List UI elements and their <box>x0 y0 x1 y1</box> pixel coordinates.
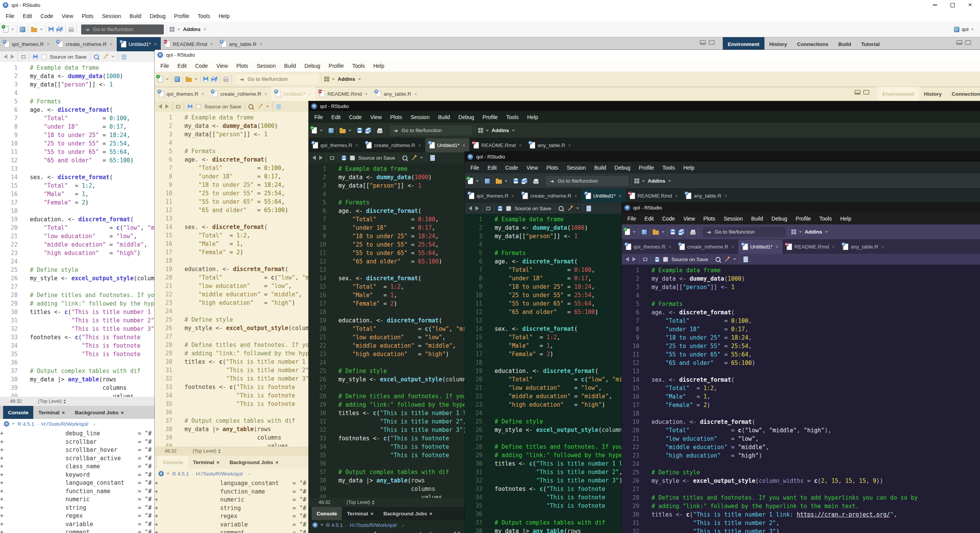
window-titlebar[interactable]: Rqol - RStudio× <box>155 50 980 60</box>
forward-button[interactable] <box>165 104 169 109</box>
tab-console[interactable]: Console <box>158 456 188 469</box>
tab-close-icon[interactable]: × <box>355 143 358 148</box>
code-tools-button[interactable] <box>257 104 263 110</box>
tab-qolthemesr[interactable]: Rqol_themes.R× <box>622 240 675 254</box>
tab-history[interactable]: History <box>919 87 947 101</box>
tab-close-icon[interactable]: × <box>881 244 884 250</box>
restore-button[interactable] <box>944 0 961 10</box>
tab-close-icon[interactable]: × <box>776 244 778 250</box>
new-file-button[interactable]: + <box>625 229 630 235</box>
menu-item-code[interactable]: Code <box>501 162 522 173</box>
tab-close-icon[interactable]: × <box>619 193 621 199</box>
forward-button[interactable] <box>475 206 479 211</box>
menu-item-profile[interactable]: Profile <box>635 162 658 173</box>
compile-report-button[interactable] <box>430 155 435 161</box>
menu-item-plots[interactable]: Plots <box>77 10 98 22</box>
source-on-save-checkbox[interactable] <box>196 104 201 109</box>
tab-untitled1[interactable]: RUntitled1*× <box>117 37 161 51</box>
tab-terminal[interactable]: Terminal× <box>33 406 70 419</box>
code-tools-button[interactable] <box>411 155 416 161</box>
scope-selector[interactable]: (Top Level) <box>38 399 66 404</box>
tab-creatersthemer[interactable]: Rcreate_rstheme.R× <box>518 189 581 203</box>
tab-creatersthemer[interactable]: Rcreate_rstheme.R× <box>208 87 271 101</box>
tab-connections[interactable]: Connections <box>792 37 833 51</box>
tab-console[interactable]: Console <box>312 507 342 520</box>
code-tools-button[interactable] <box>102 54 108 60</box>
print-button[interactable] <box>533 180 539 184</box>
compile-report-button[interactable] <box>743 257 748 262</box>
tab-history[interactable]: History <box>764 37 792 51</box>
print-button[interactable] <box>690 231 696 235</box>
menu-item-tools[interactable]: Tools <box>658 162 679 173</box>
show-in-new-window-button[interactable] <box>486 207 490 210</box>
tab-anytabler[interactable]: Rany_table.R× <box>839 240 888 254</box>
goto-file-function-input[interactable]: ➜Go to file/function <box>390 126 472 136</box>
find-replace-button[interactable] <box>94 54 99 59</box>
tab-terminal[interactable]: Terminal× <box>342 507 378 520</box>
tab-console[interactable]: Console <box>3 406 33 419</box>
menu-item-code[interactable]: Code <box>345 111 366 123</box>
save-all-button[interactable] <box>365 128 371 134</box>
menu-item-plots[interactable]: Plots <box>232 60 252 72</box>
addins-button[interactable]: Addins <box>648 178 665 184</box>
tab-close-icon[interactable]: × <box>260 42 262 47</box>
back-button[interactable] <box>469 206 472 211</box>
menu-item-profile[interactable]: Profile <box>479 111 502 123</box>
tab-close-icon[interactable]: × <box>511 193 514 199</box>
open-file-button[interactable] <box>653 231 659 235</box>
compile-report-button[interactable] <box>586 206 591 211</box>
find-replace-button[interactable] <box>402 155 407 160</box>
menu-item-profile[interactable]: Profile <box>325 60 348 72</box>
new-file-button[interactable]: + <box>312 127 317 134</box>
menu-item-edit[interactable]: Edit <box>19 10 36 22</box>
open-file-button[interactable] <box>31 28 37 32</box>
code-tools-button[interactable] <box>724 257 730 262</box>
show-in-new-window-button[interactable] <box>643 258 647 261</box>
save-button[interactable] <box>513 178 518 183</box>
menu-item-build[interactable]: Build <box>280 60 300 72</box>
tab-anytabler[interactable]: Rany_table.R× <box>217 37 266 51</box>
menu-item-plots[interactable]: Plots <box>386 111 406 123</box>
addins-button[interactable]: Addins <box>183 26 201 32</box>
open-file-button[interactable] <box>340 129 346 133</box>
tab-close-icon[interactable]: × <box>121 410 124 415</box>
tab-close-icon[interactable]: × <box>418 143 421 148</box>
show-in-new-window-button[interactable] <box>21 55 26 59</box>
menu-item-tools[interactable]: Tools <box>193 10 214 22</box>
tab-qolthemesr[interactable]: Rqol_themes.R× <box>155 87 208 101</box>
menu-item-build[interactable]: Build <box>747 213 767 224</box>
menu-item-debug[interactable]: Debug <box>610 162 634 173</box>
show-in-new-window-button[interactable] <box>330 156 334 160</box>
menu-item-help[interactable]: Help <box>836 213 856 224</box>
menu-item-tools[interactable]: Tools <box>502 111 523 123</box>
forward-button[interactable] <box>632 257 636 262</box>
tab-readmermd[interactable]: RmdREADME.Rmd× <box>626 189 682 203</box>
menu-item-help[interactable]: Help <box>369 60 389 72</box>
menu-item-session[interactable]: Session <box>719 213 747 224</box>
menu-item-edit[interactable]: Edit <box>640 213 658 224</box>
tab-untitled1[interactable]: RUntitled1*× <box>425 138 470 152</box>
menu-item-edit[interactable]: Edit <box>327 111 345 123</box>
menu-item-view[interactable]: View <box>679 213 699 224</box>
tab-readmermd[interactable]: RmdREADME.Rmd× <box>782 240 839 254</box>
tab-close-icon[interactable]: × <box>568 143 571 148</box>
menu-item-help[interactable]: Help <box>214 10 234 22</box>
pane-maximize-button[interactable] <box>965 40 971 45</box>
compile-report-button[interactable] <box>276 104 281 110</box>
save-all-button[interactable] <box>678 229 684 235</box>
save-source-button[interactable] <box>342 155 346 160</box>
show-in-new-window-button[interactable] <box>176 105 180 108</box>
minimize-button[interactable] <box>926 0 943 10</box>
menu-item-view[interactable]: View <box>522 162 542 173</box>
source-on-save-checkbox[interactable] <box>506 206 511 211</box>
pane-minimize-button[interactable] <box>854 90 861 95</box>
back-button[interactable] <box>4 54 7 59</box>
menu-item-plots[interactable]: Plots <box>542 162 562 173</box>
code-editor[interactable]: 1234567891011121314151617181920212223242… <box>622 265 980 533</box>
new-project-button[interactable] <box>20 27 25 32</box>
menu-item-help[interactable]: Help <box>523 111 542 123</box>
menu-item-edit[interactable]: Edit <box>173 60 191 72</box>
save-button[interactable] <box>670 229 675 234</box>
close-button[interactable]: × <box>962 0 978 10</box>
tab-creatersthemer[interactable]: Rcreate_rstheme.R× <box>675 240 738 254</box>
